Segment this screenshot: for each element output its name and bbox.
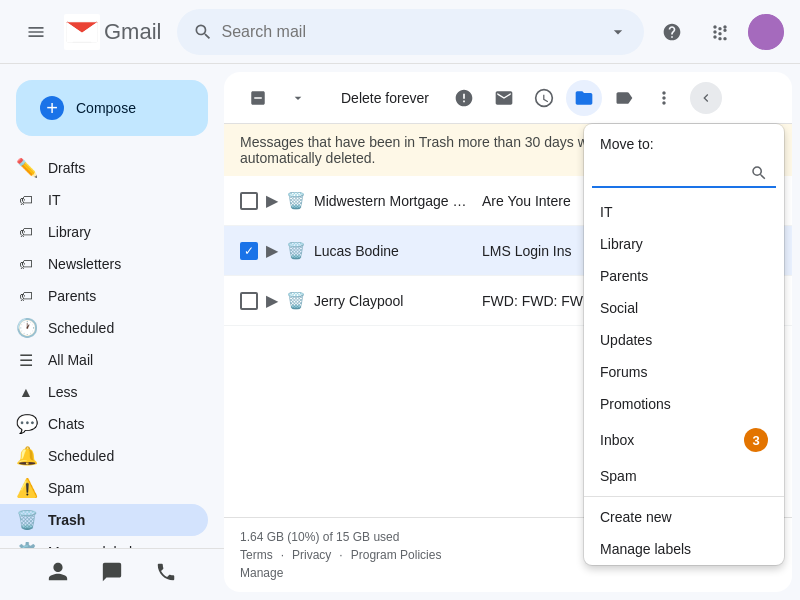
label-icon-btn[interactable]: [606, 80, 642, 116]
phone-icon[interactable]: [155, 561, 177, 588]
chats-icon: 💬: [16, 413, 36, 435]
expand-icon-3[interactable]: ▶: [266, 291, 278, 310]
select-dropdown-btn[interactable]: [280, 80, 316, 116]
terms-link[interactable]: Terms: [240, 548, 273, 562]
move-to-item-spam[interactable]: Spam: [584, 460, 784, 492]
search-dropdown-icon[interactable]: [608, 22, 628, 42]
it-icon: 🏷: [16, 192, 36, 208]
move-to-item-parents[interactable]: Parents: [584, 260, 784, 292]
move-to-item-it[interactable]: IT: [584, 196, 784, 228]
move-to-divider: [584, 496, 784, 497]
delete-forever-button[interactable]: Delete forever: [328, 83, 442, 113]
collapse-panel-btn[interactable]: [690, 82, 722, 114]
move-to-create-new[interactable]: Create new: [584, 501, 784, 533]
chat-bottom-icon[interactable]: [101, 561, 123, 588]
report-icon-btn[interactable]: [446, 80, 482, 116]
sidebar-item-trash[interactable]: 🗑️ Trash: [0, 504, 208, 536]
move-to-manage-labels[interactable]: Manage labels: [584, 533, 784, 565]
sidebar-item-scheduled2[interactable]: 🔔 Scheduled: [0, 440, 208, 472]
move-to-search-bar[interactable]: [592, 160, 776, 188]
main-content: Delete forever: [224, 72, 792, 592]
privacy-link[interactable]: Privacy: [292, 548, 331, 562]
scheduled2-label: Scheduled: [48, 448, 192, 464]
move-to-item-social[interactable]: Social: [584, 292, 784, 324]
more-options-btn[interactable]: [646, 80, 682, 116]
parents-label: Parents: [48, 288, 192, 304]
trash-icon-1: 🗑️: [286, 191, 306, 210]
sender-1: Midwestern Mortgage and: [314, 193, 474, 209]
compose-button[interactable]: + Compose: [16, 80, 208, 136]
move-to-item-inbox[interactable]: Inbox 3: [584, 420, 784, 460]
all-mail-icon: ☰: [16, 351, 36, 370]
drafts-label: Drafts: [48, 160, 192, 176]
sidebar-item-library[interactable]: 🏷 Library: [0, 216, 208, 248]
scheduled-label: Scheduled: [48, 320, 192, 336]
layout: + Compose ✏️ Drafts 🏷 IT 🏷 Library 🏷 New…: [0, 64, 800, 600]
create-new-label: Create new: [600, 509, 672, 525]
scheduled2-icon: 🔔: [16, 445, 36, 467]
email-checkbox-3[interactable]: [240, 292, 258, 310]
sidebar-item-spam[interactable]: ⚠️ Spam: [0, 472, 208, 504]
move-to-icon-btn[interactable]: [566, 80, 602, 116]
spam-label: Spam: [48, 480, 192, 496]
library-label: Library: [48, 224, 192, 240]
gmail-logo: Gmail: [64, 14, 161, 50]
drafts-icon: ✏️: [16, 157, 36, 179]
trash-icon-3: 🗑️: [286, 291, 306, 310]
sidebar-bottom: [0, 548, 224, 600]
mail-icon-btn[interactable]: [486, 80, 522, 116]
move-to-item-promotions[interactable]: Promotions: [584, 388, 784, 420]
email-checkbox-2[interactable]: ✓: [240, 242, 258, 260]
move-to-title: Move to:: [584, 124, 784, 160]
menu-icon[interactable]: [16, 12, 56, 52]
trash-icon-2: 🗑️: [286, 241, 306, 260]
move-to-search-input[interactable]: [600, 165, 742, 181]
newsletters-label: Newsletters: [48, 256, 192, 272]
snooze-icon-btn[interactable]: [526, 80, 562, 116]
move-to-item-updates[interactable]: Updates: [584, 324, 784, 356]
newsletters-icon: 🏷: [16, 256, 36, 272]
move-to-item-forums[interactable]: Forums: [584, 356, 784, 388]
trash-label: Trash: [48, 512, 192, 528]
topbar-icons: [652, 12, 784, 52]
avatar[interactable]: [748, 14, 784, 50]
apps-icon-btn[interactable]: [700, 12, 740, 52]
manage-link[interactable]: Manage: [240, 566, 283, 580]
sidebar-item-scheduled[interactable]: 🕐 Scheduled: [0, 312, 208, 344]
toolbar: Delete forever: [224, 72, 792, 124]
search-input[interactable]: [221, 23, 600, 41]
all-mail-label: All Mail: [48, 352, 192, 368]
email-checkbox-1[interactable]: [240, 192, 258, 210]
compose-label: Compose: [76, 100, 136, 116]
help-icon-btn[interactable]: [652, 12, 692, 52]
move-to-dropdown: Move to: IT Library Parents Social Updat…: [584, 124, 784, 565]
gmail-label: Gmail: [104, 19, 161, 45]
sidebar-item-all-mail[interactable]: ☰ All Mail: [0, 344, 208, 376]
move-to-item-library[interactable]: Library: [584, 228, 784, 260]
sidebar-item-chats[interactable]: 💬 Chats: [0, 408, 208, 440]
scheduled-icon: 🕐: [16, 317, 36, 339]
program-policies-link[interactable]: Program Policies: [351, 548, 442, 562]
sidebar-item-less[interactable]: ▲ Less: [0, 376, 208, 408]
sender-3: Jerry Claypool: [314, 293, 474, 309]
search-bar[interactable]: [177, 9, 644, 55]
spam-icon: ⚠️: [16, 477, 36, 499]
move-to-search-icon: [750, 164, 768, 182]
expand-icon-1[interactable]: ▶: [266, 191, 278, 210]
sidebar-item-drafts[interactable]: ✏️ Drafts: [0, 152, 208, 184]
it-label: IT: [48, 192, 192, 208]
expand-icon-2[interactable]: ▶: [266, 241, 278, 260]
select-checkbox-btn[interactable]: [240, 80, 276, 116]
sender-2: Lucas Bodine: [314, 243, 474, 259]
inbox-badge: 3: [744, 428, 768, 452]
less-label: Less: [48, 384, 192, 400]
sidebar-item-it[interactable]: 🏷 IT: [0, 184, 208, 216]
sidebar-item-newsletters[interactable]: 🏷 Newsletters: [0, 248, 208, 280]
chats-label: Chats: [48, 416, 192, 432]
sidebar: + Compose ✏️ Drafts 🏷 IT 🏷 Library 🏷 New…: [0, 64, 224, 600]
sidebar-item-parents[interactable]: 🏷 Parents: [0, 280, 208, 312]
less-icon: ▲: [16, 384, 36, 400]
people-icon[interactable]: [47, 561, 69, 588]
compose-plus-icon: +: [40, 96, 64, 120]
search-icon: [193, 22, 213, 42]
